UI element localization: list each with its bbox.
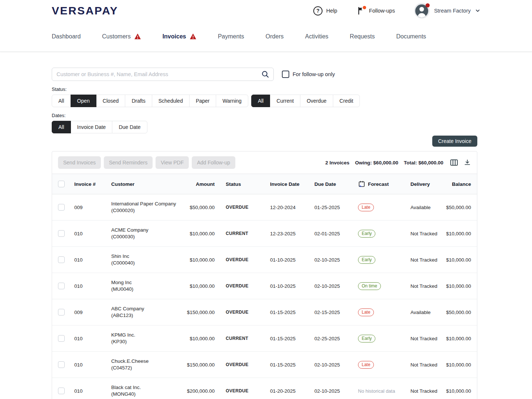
status-filter2-credit[interactable]: Credit <box>333 95 360 107</box>
row-checkbox[interactable] <box>58 204 65 211</box>
send-invoices-button[interactable]: Send Invoices <box>58 156 101 169</box>
nav-item-customers[interactable]: Customers <box>102 33 141 40</box>
help-button[interactable]: ? Help <box>313 6 337 16</box>
followups-label: Follow-ups <box>369 8 395 14</box>
dates-segment-group: AllInvoice DateDue Date <box>52 121 147 133</box>
row-checkbox[interactable] <box>58 256 65 263</box>
table-row[interactable]: 009 International Paper Company (C000020… <box>52 194 477 221</box>
invoice-number-cell: 009 <box>74 310 111 315</box>
columns-icon[interactable] <box>450 159 458 166</box>
dates-filter-invoice-date[interactable]: Invoice Date <box>71 121 113 133</box>
table-row[interactable]: 010 Mong Inc (MU0040) $10,000.00 OVERDUE… <box>52 273 477 299</box>
customer-cell: Chuck.E.Cheese (C04572) <box>111 358 181 371</box>
status-cell: OVERDUE <box>222 257 270 262</box>
dates-filter-all[interactable]: All <box>52 121 71 133</box>
invoices-table-card: Send InvoicesSend RemindersView PDFAdd F… <box>52 151 477 399</box>
search-icon[interactable] <box>261 70 269 78</box>
warning-icon <box>134 33 141 40</box>
versapay-logo[interactable]: VERSAPAY <box>52 4 118 17</box>
forecast-badge: Early <box>358 335 375 342</box>
col-customer: Customer <box>111 181 181 187</box>
table-body: 009 International Paper Company (C000020… <box>52 194 477 399</box>
amount-cell: $10,000.00 <box>181 231 222 236</box>
status-filter-scheduled[interactable]: Scheduled <box>152 95 190 107</box>
dates-filter-label: Dates: <box>52 113 477 118</box>
followup-only-filter[interactable]: For follow-up only <box>282 71 335 78</box>
select-all-checkbox[interactable] <box>58 181 65 187</box>
forecast-calendar-icon <box>358 180 365 188</box>
nav-item-documents[interactable]: Documents <box>396 33 426 40</box>
followups-button[interactable]: Follow-ups <box>357 6 395 15</box>
forecast-badge: Early <box>358 256 375 264</box>
delivery-cell: Not Tracked <box>403 283 444 289</box>
help-icon: ? <box>313 6 323 16</box>
amount-cell: $10,000.00 <box>181 336 222 341</box>
nav-item-payments[interactable]: Payments <box>218 33 244 40</box>
forecast-cell: Early <box>354 256 403 264</box>
forecast-cell: Late <box>354 308 403 316</box>
customer-cell: Shin Inc (C000040) <box>111 253 181 266</box>
status-filter-drafts[interactable]: Drafts <box>125 95 152 107</box>
grand-total: Total: $60,000.00 <box>404 160 443 166</box>
warning-icon <box>190 33 197 40</box>
search-input[interactable] <box>52 68 274 81</box>
balance-cell: $10,000.00 <box>444 283 471 289</box>
row-checkbox[interactable] <box>58 335 65 342</box>
status-filter-warning[interactable]: Warning <box>216 95 248 107</box>
send-reminders-button[interactable]: Send Reminders <box>104 156 153 169</box>
amount-cell: $50,000.00 <box>181 205 222 210</box>
customer-cell: International Paper Company (C000020) <box>111 201 181 214</box>
status-filter2-overdue[interactable]: Overdue <box>300 95 333 107</box>
nav-item-invoices[interactable]: Invoices <box>163 33 197 40</box>
table-toolbar: Send InvoicesSend RemindersView PDFAdd F… <box>52 151 477 174</box>
nav-item-dashboard[interactable]: Dashboard <box>52 33 81 40</box>
table-row[interactable]: 010 Black cat Inc. (MONG40) $200,000.00 … <box>52 378 477 399</box>
table-row[interactable]: 009 ABC Company (ABC123) $150,000.00 OVE… <box>52 299 477 325</box>
invoice-date-cell: 12-23-2025 <box>270 231 314 236</box>
flag-icon <box>357 6 365 15</box>
status-segment-group-1: AllOpenClosedDraftsScheduledPaperWarning <box>52 95 248 107</box>
delivery-cell: Not Tracked <box>403 336 444 341</box>
forecast-badge: Early <box>358 230 375 238</box>
followup-only-checkbox[interactable] <box>282 71 289 78</box>
nav-item-orders[interactable]: Orders <box>266 33 284 40</box>
row-checkbox[interactable] <box>58 361 65 368</box>
amount-cell: $150,000.00 <box>181 310 222 315</box>
due-date-cell: 01-25-2025 <box>314 205 354 210</box>
invoice-number-cell: 010 <box>74 257 111 263</box>
create-invoice-button[interactable]: Create Invoice <box>432 136 477 147</box>
balance-cell: $10,000.00 <box>444 231 471 236</box>
table-row[interactable]: 010 Shin Inc (C000040) $10,000.00 OVERDU… <box>52 247 477 273</box>
status-filter2-current[interactable]: Current <box>270 95 300 107</box>
invoice-count: 2 Invoices <box>325 160 349 166</box>
col-status: Status <box>222 181 270 187</box>
row-checkbox[interactable] <box>58 230 65 237</box>
status-filter-closed[interactable]: Closed <box>96 95 126 107</box>
nav-item-requests[interactable]: Requests <box>350 33 375 40</box>
due-date-cell: 02-10-2025 <box>314 362 354 368</box>
status-filter-label: Status: <box>52 86 477 92</box>
delivery-cell: Available <box>403 205 444 210</box>
table-row[interactable]: 010 KPMG Inc. (KP30) $10,000.00 CURRENT … <box>52 325 477 352</box>
row-checkbox[interactable] <box>58 309 65 316</box>
invoice-number-cell: 009 <box>74 205 111 210</box>
download-icon[interactable] <box>464 159 471 166</box>
account-menu[interactable]: Stream Factory <box>414 3 480 18</box>
view-pdf-button[interactable]: View PDF <box>156 156 189 169</box>
row-checkbox[interactable] <box>58 388 65 394</box>
table-row[interactable]: 010 ACME Company (C000030) $10,000.00 CU… <box>52 221 477 247</box>
forecast-no-data-text: No historical data <box>358 388 395 394</box>
status-filter-all[interactable]: All <box>52 95 71 107</box>
status-filter2-all[interactable]: All <box>251 95 270 107</box>
invoice-date-cell: 12-20-2024 <box>270 205 314 210</box>
status-filter-open[interactable]: Open <box>71 95 96 107</box>
status-filter-paper[interactable]: Paper <box>189 95 216 107</box>
row-checkbox[interactable] <box>58 283 65 289</box>
customer-cell: KPMG Inc. (KP30) <box>111 332 181 345</box>
dates-filter-due-date[interactable]: Due Date <box>112 121 147 133</box>
balance-cell: $10,000.00 <box>444 336 471 341</box>
table-row[interactable]: 010 Chuck.E.Cheese (C04572) $150,000.00 … <box>52 352 477 378</box>
add-follow-up-button[interactable]: Add Follow-up <box>192 156 235 169</box>
nav-item-activities[interactable]: Activities <box>305 33 328 40</box>
status-cell: OVERDUE <box>222 362 270 367</box>
